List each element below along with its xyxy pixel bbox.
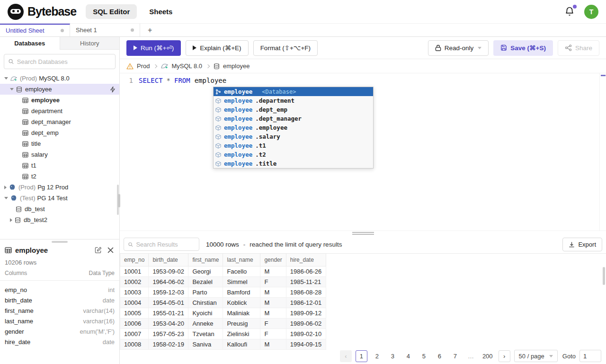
page-button-6[interactable]: 6 [434, 350, 446, 362]
play-icon [134, 45, 137, 50]
table-row[interactable]: 100071957-05-23TzvetanZielinskiF1989-02-… [120, 328, 326, 339]
bytebase-logo[interactable]: Bytebase [8, 4, 76, 20]
search-results-input[interactable] [136, 241, 195, 248]
tree-table-employee[interactable]: employee [0, 95, 119, 106]
sheet-tab-1[interactable]: Sheet 1 [70, 24, 140, 36]
readonly-mode-select[interactable]: Read-only [428, 40, 489, 56]
tree-instance-pg12[interactable]: (Prod) Pg 12 Prod [0, 182, 119, 193]
suggestion-database-employee[interactable]: employee <Database> [214, 87, 373, 96]
edit-schema-icon[interactable] [95, 247, 102, 254]
sheet-dirty-dot[interactable] [131, 28, 134, 32]
caret-down-icon[interactable] [4, 77, 8, 80]
table-row[interactable]: 100011953-09-02GeorgiFacelloM1986-06-26 [120, 266, 326, 276]
results-info: 10000 rows - reached the limit of query … [206, 241, 342, 248]
tree-table-t2[interactable]: t2 [0, 171, 119, 182]
suggestion-table[interactable]: employee.salary [214, 132, 373, 141]
tree-instance-mysql[interactable]: (Prod) MySQL 8.0 [0, 73, 119, 84]
tree-table-dept-emp[interactable]: dept_emp [0, 127, 119, 138]
suggestion-table[interactable]: employee.dept_emp [214, 105, 373, 114]
tree-database-employee[interactable]: employee [0, 84, 119, 95]
notifications-button[interactable] [564, 6, 576, 18]
prev-page-button[interactable]: ‹ [340, 350, 352, 362]
tree-table-title[interactable]: title [0, 138, 119, 149]
tree-table-salary[interactable]: salary [0, 149, 119, 160]
suggestion-table[interactable]: employee.title [214, 159, 373, 168]
save-button[interactable]: Save (⌘+S) [493, 40, 553, 56]
nav-sheets[interactable]: Sheets [149, 8, 172, 16]
column-header[interactable]: first_name [188, 254, 223, 266]
next-page-button[interactable]: › [499, 350, 510, 362]
suggestion-label: .dept_manager [255, 115, 302, 122]
caret-right-icon[interactable] [4, 186, 7, 189]
breadcrumb-env[interactable]: Prod [137, 62, 150, 70]
table-icon [22, 108, 28, 114]
table-row[interactable]: 100081958-02-19SanivaKalloufiM1994-09-15 [120, 339, 326, 349]
page-button-4[interactable]: 4 [402, 350, 414, 362]
table-row[interactable]: 100061953-04-20AnnekePreusigF1989-06-02 [120, 318, 326, 328]
suggestion-table[interactable]: employee.employee [214, 123, 373, 132]
tree-database-db-test[interactable]: db_test [0, 204, 119, 214]
editor-overview-ruler[interactable] [599, 73, 606, 231]
sheet-dirty-dot[interactable] [61, 29, 64, 32]
caret-right-icon[interactable] [10, 218, 12, 222]
column-header[interactable]: birth_date [149, 254, 188, 266]
tree-table-t1[interactable]: t1 [0, 160, 119, 171]
database-search-box[interactable] [4, 54, 116, 69]
explain-button[interactable]: Explain (⌘+E) [186, 40, 248, 56]
column-name: first_name [5, 307, 34, 314]
add-sheet-button[interactable]: + [140, 24, 160, 36]
caret-down-icon[interactable] [10, 88, 14, 90]
connected-lightning-icon[interactable] [110, 86, 116, 93]
page-button-7[interactable]: 7 [449, 350, 461, 362]
breadcrumb-database[interactable]: employee [223, 62, 250, 70]
search-databases-input[interactable] [17, 58, 111, 65]
cell: M [260, 297, 286, 308]
nav-sql-editor[interactable]: SQL Editor [86, 4, 137, 19]
export-button[interactable]: Export [562, 238, 602, 251]
tree-table-dept-manager[interactable]: dept_manager [0, 116, 119, 127]
tree-database-db-test2[interactable]: db_test2 [0, 214, 119, 225]
page-button-1[interactable]: 1 [356, 350, 367, 362]
page-button-2[interactable]: 2 [371, 350, 383, 362]
tab-databases[interactable]: Databases [0, 37, 60, 50]
breadcrumb-instance[interactable]: MySQL 8.0 [171, 62, 202, 70]
results-search-box[interactable] [124, 238, 199, 251]
page-button-3[interactable]: 3 [387, 350, 399, 362]
column-header[interactable]: emp_no [120, 254, 149, 266]
suggestion-prefix: employee [224, 106, 252, 113]
table-row[interactable]: 100031959-12-03PartoBamfordM1986-08-28 [120, 287, 326, 297]
splitter-drag-handle[interactable] [352, 232, 374, 235]
sidebar-resize-handle[interactable] [118, 194, 120, 207]
format-button[interactable]: Format (⇧+⌥+F) [253, 40, 318, 56]
tab-history[interactable]: History [60, 37, 120, 50]
close-icon[interactable] [107, 247, 114, 253]
editor-toolbar: Run (⌘+⏎) Explain (⌘+E) Format (⇧+⌥+F) R… [120, 37, 606, 59]
suggestion-table[interactable]: employee.t1 [214, 141, 373, 150]
lock-icon [435, 44, 441, 51]
results-resize-splitter[interactable] [120, 231, 606, 235]
column-header[interactable]: gender [260, 254, 286, 266]
sql-editor[interactable]: 1 SELECT * FROM employee employee <Datab… [120, 73, 606, 231]
page-button-200[interactable]: 200 [481, 350, 495, 362]
tree-instance-pg14[interactable]: (Test) PG 14 Test [0, 193, 119, 204]
table-row[interactable]: 100021964-06-02BezalelSimmelF1985-11-21 [120, 276, 326, 287]
suggestion-table[interactable]: employee.department [214, 96, 373, 105]
goto-page-input[interactable] [579, 350, 601, 362]
column-header[interactable]: hire_date [286, 254, 326, 266]
tree-table-department[interactable]: department [0, 106, 119, 116]
table-row[interactable]: 100051955-01-21KyoichiMaliniakM1989-09-1… [120, 308, 326, 318]
suggestion-table[interactable]: employee.t2 [214, 150, 373, 159]
table-scrollbar[interactable] [603, 267, 605, 285]
tree-table-label: employee [31, 97, 60, 104]
sheet-tab-untitled[interactable]: Untitled Sheet [0, 24, 70, 36]
suggestion-table[interactable]: employee.dept_manager [214, 114, 373, 123]
table-row[interactable]: 100041954-05-01ChirstianKoblickM1986-12-… [120, 297, 326, 308]
run-button[interactable]: Run (⌘+⏎) [126, 40, 181, 56]
page-size-select[interactable]: 50 / page [514, 350, 558, 362]
share-button[interactable]: Share [558, 40, 599, 56]
schema-panel-drag-handle[interactable] [52, 241, 68, 243]
column-header[interactable]: last_name [223, 254, 260, 266]
caret-down-icon[interactable] [4, 197, 8, 199]
user-avatar[interactable]: T [584, 5, 598, 19]
page-button-5[interactable]: 5 [418, 350, 430, 362]
